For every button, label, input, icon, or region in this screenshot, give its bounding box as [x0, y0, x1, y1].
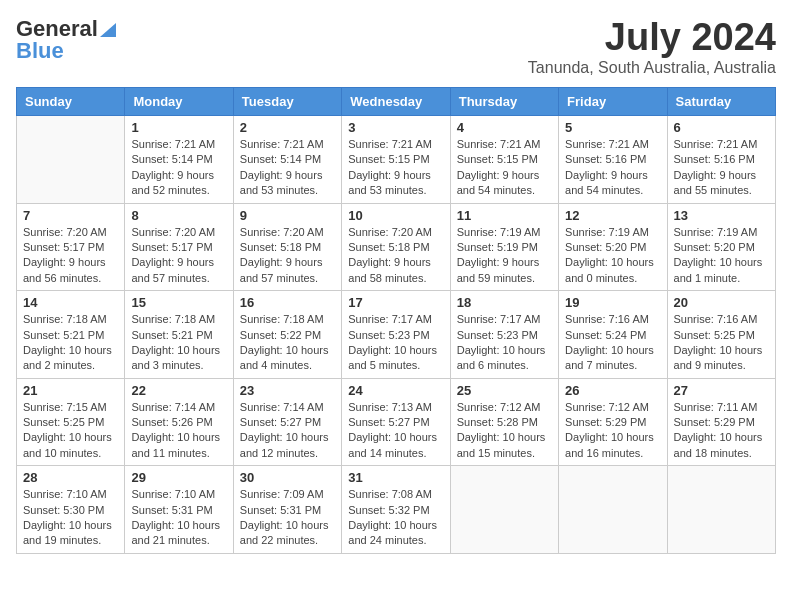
day-number: 2: [240, 120, 335, 135]
day-info: Sunrise: 7:16 AMSunset: 5:25 PMDaylight:…: [674, 312, 769, 374]
day-info: Sunrise: 7:10 AMSunset: 5:30 PMDaylight:…: [23, 487, 118, 549]
day-number: 12: [565, 208, 660, 223]
day-info: Sunrise: 7:11 AMSunset: 5:29 PMDaylight:…: [674, 400, 769, 462]
day-info: Sunrise: 7:17 AMSunset: 5:23 PMDaylight:…: [348, 312, 443, 374]
calendar-cell: 6Sunrise: 7:21 AMSunset: 5:16 PMDaylight…: [667, 116, 775, 204]
calendar-cell: [450, 466, 558, 554]
day-info: Sunrise: 7:12 AMSunset: 5:28 PMDaylight:…: [457, 400, 552, 462]
calendar-cell: 26Sunrise: 7:12 AMSunset: 5:29 PMDayligh…: [559, 378, 667, 466]
svg-marker-0: [100, 23, 116, 37]
day-number: 1: [131, 120, 226, 135]
calendar-cell: 10Sunrise: 7:20 AMSunset: 5:18 PMDayligh…: [342, 203, 450, 291]
calendar-cell: 12Sunrise: 7:19 AMSunset: 5:20 PMDayligh…: [559, 203, 667, 291]
calendar-cell: 1Sunrise: 7:21 AMSunset: 5:14 PMDaylight…: [125, 116, 233, 204]
day-number: 13: [674, 208, 769, 223]
weekday-header: Saturday: [667, 88, 775, 116]
day-number: 27: [674, 383, 769, 398]
calendar-cell: 4Sunrise: 7:21 AMSunset: 5:15 PMDaylight…: [450, 116, 558, 204]
calendar-cell: [667, 466, 775, 554]
calendar-cell: 25Sunrise: 7:12 AMSunset: 5:28 PMDayligh…: [450, 378, 558, 466]
calendar-cell: 23Sunrise: 7:14 AMSunset: 5:27 PMDayligh…: [233, 378, 341, 466]
day-info: Sunrise: 7:09 AMSunset: 5:31 PMDaylight:…: [240, 487, 335, 549]
day-number: 19: [565, 295, 660, 310]
day-number: 28: [23, 470, 118, 485]
title-block: July 2024 Tanunda, South Australia, Aust…: [528, 16, 776, 77]
calendar-cell: [17, 116, 125, 204]
calendar-cell: 8Sunrise: 7:20 AMSunset: 5:17 PMDaylight…: [125, 203, 233, 291]
weekday-header: Tuesday: [233, 88, 341, 116]
day-info: Sunrise: 7:18 AMSunset: 5:21 PMDaylight:…: [131, 312, 226, 374]
location: Tanunda, South Australia, Australia: [528, 59, 776, 77]
day-number: 22: [131, 383, 226, 398]
day-info: Sunrise: 7:21 AMSunset: 5:16 PMDaylight:…: [565, 137, 660, 199]
day-number: 26: [565, 383, 660, 398]
weekday-header: Wednesday: [342, 88, 450, 116]
calendar-cell: 19Sunrise: 7:16 AMSunset: 5:24 PMDayligh…: [559, 291, 667, 379]
day-number: 31: [348, 470, 443, 485]
day-info: Sunrise: 7:16 AMSunset: 5:24 PMDaylight:…: [565, 312, 660, 374]
day-info: Sunrise: 7:20 AMSunset: 5:18 PMDaylight:…: [348, 225, 443, 287]
day-number: 7: [23, 208, 118, 223]
calendar-cell: 11Sunrise: 7:19 AMSunset: 5:19 PMDayligh…: [450, 203, 558, 291]
calendar-cell: 21Sunrise: 7:15 AMSunset: 5:25 PMDayligh…: [17, 378, 125, 466]
calendar-cell: 30Sunrise: 7:09 AMSunset: 5:31 PMDayligh…: [233, 466, 341, 554]
day-info: Sunrise: 7:20 AMSunset: 5:17 PMDaylight:…: [23, 225, 118, 287]
calendar-cell: 14Sunrise: 7:18 AMSunset: 5:21 PMDayligh…: [17, 291, 125, 379]
day-number: 15: [131, 295, 226, 310]
day-number: 25: [457, 383, 552, 398]
calendar-cell: 3Sunrise: 7:21 AMSunset: 5:15 PMDaylight…: [342, 116, 450, 204]
weekday-header: Sunday: [17, 88, 125, 116]
day-info: Sunrise: 7:21 AMSunset: 5:15 PMDaylight:…: [457, 137, 552, 199]
day-info: Sunrise: 7:18 AMSunset: 5:21 PMDaylight:…: [23, 312, 118, 374]
calendar-cell: 9Sunrise: 7:20 AMSunset: 5:18 PMDaylight…: [233, 203, 341, 291]
calendar-cell: 2Sunrise: 7:21 AMSunset: 5:14 PMDaylight…: [233, 116, 341, 204]
calendar-table: SundayMondayTuesdayWednesdayThursdayFrid…: [16, 87, 776, 554]
day-info: Sunrise: 7:20 AMSunset: 5:17 PMDaylight:…: [131, 225, 226, 287]
calendar-cell: 22Sunrise: 7:14 AMSunset: 5:26 PMDayligh…: [125, 378, 233, 466]
day-number: 24: [348, 383, 443, 398]
calendar-cell: 20Sunrise: 7:16 AMSunset: 5:25 PMDayligh…: [667, 291, 775, 379]
day-info: Sunrise: 7:21 AMSunset: 5:14 PMDaylight:…: [131, 137, 226, 199]
day-number: 8: [131, 208, 226, 223]
day-info: Sunrise: 7:19 AMSunset: 5:20 PMDaylight:…: [674, 225, 769, 287]
calendar-cell: 17Sunrise: 7:17 AMSunset: 5:23 PMDayligh…: [342, 291, 450, 379]
day-info: Sunrise: 7:19 AMSunset: 5:19 PMDaylight:…: [457, 225, 552, 287]
day-info: Sunrise: 7:14 AMSunset: 5:26 PMDaylight:…: [131, 400, 226, 462]
day-number: 23: [240, 383, 335, 398]
day-info: Sunrise: 7:15 AMSunset: 5:25 PMDaylight:…: [23, 400, 118, 462]
day-info: Sunrise: 7:13 AMSunset: 5:27 PMDaylight:…: [348, 400, 443, 462]
day-info: Sunrise: 7:12 AMSunset: 5:29 PMDaylight:…: [565, 400, 660, 462]
weekday-header: Thursday: [450, 88, 558, 116]
day-info: Sunrise: 7:21 AMSunset: 5:14 PMDaylight:…: [240, 137, 335, 199]
day-number: 21: [23, 383, 118, 398]
day-number: 17: [348, 295, 443, 310]
calendar-cell: [559, 466, 667, 554]
day-info: Sunrise: 7:14 AMSunset: 5:27 PMDaylight:…: [240, 400, 335, 462]
calendar-cell: 27Sunrise: 7:11 AMSunset: 5:29 PMDayligh…: [667, 378, 775, 466]
day-number: 16: [240, 295, 335, 310]
calendar-cell: 28Sunrise: 7:10 AMSunset: 5:30 PMDayligh…: [17, 466, 125, 554]
calendar-cell: 7Sunrise: 7:20 AMSunset: 5:17 PMDaylight…: [17, 203, 125, 291]
day-number: 11: [457, 208, 552, 223]
calendar-cell: 13Sunrise: 7:19 AMSunset: 5:20 PMDayligh…: [667, 203, 775, 291]
day-info: Sunrise: 7:19 AMSunset: 5:20 PMDaylight:…: [565, 225, 660, 287]
calendar-cell: 24Sunrise: 7:13 AMSunset: 5:27 PMDayligh…: [342, 378, 450, 466]
day-number: 6: [674, 120, 769, 135]
day-info: Sunrise: 7:10 AMSunset: 5:31 PMDaylight:…: [131, 487, 226, 549]
day-number: 30: [240, 470, 335, 485]
day-info: Sunrise: 7:21 AMSunset: 5:15 PMDaylight:…: [348, 137, 443, 199]
page-header: General Blue July 2024 Tanunda, South Au…: [16, 16, 776, 77]
weekday-header: Monday: [125, 88, 233, 116]
calendar-cell: 31Sunrise: 7:08 AMSunset: 5:32 PMDayligh…: [342, 466, 450, 554]
calendar-cell: 18Sunrise: 7:17 AMSunset: 5:23 PMDayligh…: [450, 291, 558, 379]
day-number: 9: [240, 208, 335, 223]
weekday-header: Friday: [559, 88, 667, 116]
day-number: 20: [674, 295, 769, 310]
day-info: Sunrise: 7:20 AMSunset: 5:18 PMDaylight:…: [240, 225, 335, 287]
day-number: 14: [23, 295, 118, 310]
logo-arrow-icon: [100, 19, 116, 41]
calendar-cell: 29Sunrise: 7:10 AMSunset: 5:31 PMDayligh…: [125, 466, 233, 554]
day-number: 29: [131, 470, 226, 485]
month-year: July 2024: [528, 16, 776, 59]
calendar-cell: 16Sunrise: 7:18 AMSunset: 5:22 PMDayligh…: [233, 291, 341, 379]
